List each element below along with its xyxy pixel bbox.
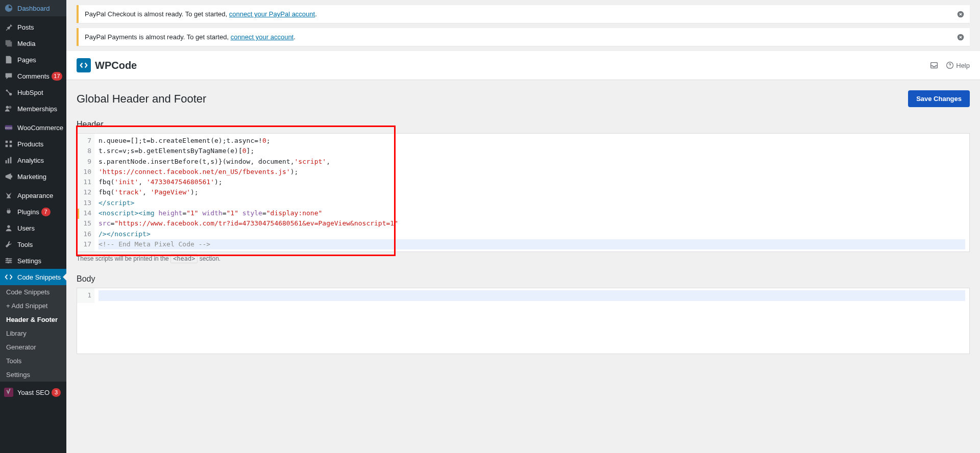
wpcode-brand: WPCode <box>95 60 137 71</box>
header-hint: These scripts will be printed in the <he… <box>77 255 970 262</box>
subitem-settings[interactable]: Settings <box>0 368 66 382</box>
sidebar-item-yoast[interactable]: Yoast SEO3 <box>0 384 66 400</box>
notice-text-after: . <box>293 33 296 41</box>
sidebar-item-memberships[interactable]: Memberships <box>0 100 66 117</box>
sidebar-label: Media <box>17 40 35 47</box>
sidebar-item-tools[interactable]: Tools <box>0 236 66 253</box>
sidebar-label: Products <box>17 140 43 148</box>
svg-text:woo: woo <box>5 125 13 130</box>
sidebar-item-plugins[interactable]: Plugins7 <box>0 204 66 220</box>
line-gutter: 1 <box>77 288 94 303</box>
sidebar-label: WooCommerce <box>17 124 63 132</box>
sidebar-item-posts[interactable]: Posts <box>0 19 66 35</box>
svg-point-15 <box>7 262 9 264</box>
close-icon[interactable] <box>955 9 966 19</box>
subitem-add-snippet[interactable]: + Add Snippet <box>0 299 66 313</box>
wpcode-logo: WPCode <box>77 58 137 72</box>
sidebar-label: Memberships <box>17 105 57 113</box>
notice-text: PayPal Payments is almost ready. To get … <box>85 33 231 41</box>
subitem-library[interactable]: Library <box>0 326 66 340</box>
body-code-editor[interactable]: 1 <box>77 288 970 354</box>
plugins-icon <box>4 207 13 216</box>
users-icon <box>4 223 13 233</box>
sidebar-item-hubspot[interactable]: HubSpot <box>0 84 66 100</box>
code-lines[interactable]: n.queue=[];t=b.createElement(e);t.async=… <box>94 134 969 251</box>
header-section-title: Header <box>77 120 970 129</box>
woocommerce-icon: woo <box>4 123 13 132</box>
svg-rect-6 <box>6 160 7 163</box>
notice-paypal-payments: PayPal Payments is almost ready. To get … <box>77 28 970 46</box>
notice-paypal-checkout: PayPal Checkout is almost ready. To get … <box>77 5 970 23</box>
memberships-icon <box>4 104 13 113</box>
sidebar-label: Settings <box>17 257 41 265</box>
hubspot-icon <box>4 88 13 97</box>
tools-icon <box>4 240 13 249</box>
lint-marker <box>77 209 79 219</box>
settings-icon <box>4 256 13 265</box>
page-title: Global Header and Footer <box>77 92 206 106</box>
sidebar-label: Pages <box>17 56 36 64</box>
sidebar-item-users[interactable]: Users <box>0 220 66 236</box>
sidebar-label: Code Snippets <box>17 273 61 281</box>
svg-point-13 <box>7 258 9 260</box>
sidebar-label: Dashboard <box>17 5 50 12</box>
body-section-title: Body <box>77 274 970 284</box>
sidebar-item-settings[interactable]: Settings <box>0 253 66 269</box>
sidebar-label: Posts <box>17 23 34 31</box>
analytics-icon <box>4 156 13 165</box>
sidebar-item-code-snippets[interactable]: Code Snippets <box>0 269 66 285</box>
sidebar-item-dashboard[interactable]: Dashboard <box>0 0 66 16</box>
sidebar-item-marketing[interactable]: Marketing <box>0 168 66 185</box>
sidebar-item-media[interactable]: Media <box>0 35 66 52</box>
svg-point-2 <box>6 106 9 109</box>
help-label: Help <box>956 62 970 69</box>
notice-text: PayPal Checkout is almost ready. To get … <box>85 10 229 18</box>
hint-code: <head> <box>170 254 198 263</box>
header-code-editor[interactable]: 7891011121314151617 n.queue=[];t=b.creat… <box>77 133 970 252</box>
sidebar-item-analytics[interactable]: Analytics <box>0 152 66 168</box>
notice-link[interactable]: connect your account <box>231 33 294 41</box>
help-icon[interactable]: Help <box>946 61 970 70</box>
media-icon <box>4 39 13 48</box>
appearance-icon <box>4 191 13 200</box>
wpcode-logo-icon <box>77 58 91 72</box>
dashboard-icon <box>4 4 13 13</box>
svg-point-3 <box>9 106 11 109</box>
sidebar-label: Yoast SEO <box>17 389 50 396</box>
svg-point-14 <box>9 260 11 262</box>
notice-text-after: . <box>315 10 317 18</box>
sidebar-item-woocommerce[interactable]: wooWooCommerce <box>0 119 66 136</box>
sidebar-label: Marketing <box>17 173 46 181</box>
subitem-code-snippets[interactable]: Code Snippets <box>0 285 66 299</box>
main-content: PayPal Checkout is almost ready. To get … <box>66 0 980 453</box>
sidebar-item-comments[interactable]: Comments17 <box>0 68 66 84</box>
svg-rect-19 <box>931 63 938 68</box>
sidebar-item-pages[interactable]: Pages <box>0 52 66 68</box>
admin-sidebar: Dashboard Posts Media Pages Comments17 H… <box>0 0 66 453</box>
notice-link[interactable]: connect your PayPal account <box>229 10 315 18</box>
save-button[interactable]: Save Changes <box>908 90 970 107</box>
inbox-icon[interactable] <box>929 61 939 70</box>
subitem-tools[interactable]: Tools <box>0 354 66 368</box>
badge: 7 <box>41 208 51 216</box>
code-lines[interactable] <box>94 288 969 303</box>
products-icon <box>4 139 13 148</box>
sidebar-label: Users <box>17 224 35 232</box>
sidebar-label: HubSpot <box>17 89 43 96</box>
sidebar-item-products[interactable]: Products <box>0 136 66 152</box>
close-icon[interactable] <box>955 32 966 42</box>
yoast-icon <box>4 388 13 397</box>
svg-rect-7 <box>8 158 9 163</box>
sidebar-label: Analytics <box>17 157 44 164</box>
comment-icon <box>4 71 13 81</box>
subitem-header-footer[interactable]: Header & Footer <box>0 313 66 326</box>
active-pointer <box>63 273 67 281</box>
marketing-icon <box>4 172 13 181</box>
sidebar-submenu: Code Snippets + Add Snippet Header & Foo… <box>0 285 66 382</box>
page-icon <box>4 55 13 64</box>
subitem-generator[interactable]: Generator <box>0 340 66 354</box>
sidebar-label: Plugins <box>17 208 39 216</box>
svg-point-9 <box>7 225 10 228</box>
badge: 3 <box>52 388 61 397</box>
sidebar-item-appearance[interactable]: Appearance <box>0 187 66 204</box>
